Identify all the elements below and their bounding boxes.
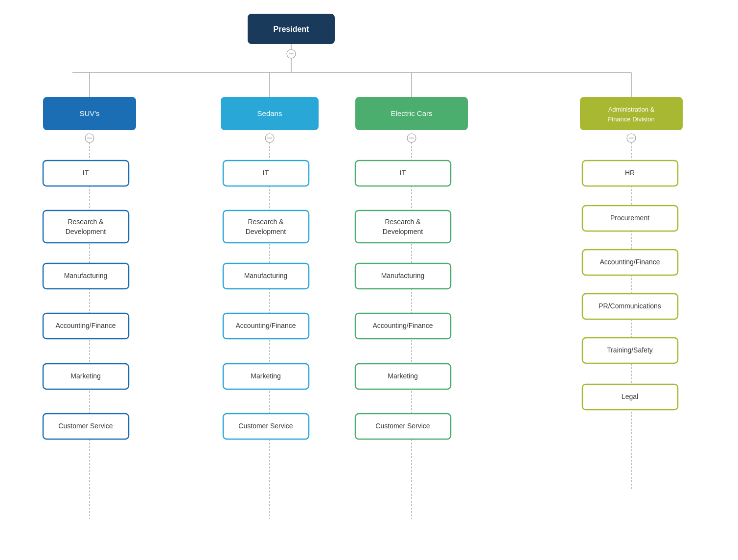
- sedans-mkt-node: Marketing: [223, 364, 309, 389]
- svg-text:IT: IT: [400, 169, 406, 177]
- admin-pr-node: PR/Communications: [582, 294, 678, 319]
- svg-text:President: President: [274, 25, 310, 33]
- president-node: President: [248, 14, 335, 44]
- electric-mfg-node: Manufacturing: [355, 263, 451, 289]
- sedans-node[interactable]: Sedans: [221, 97, 319, 130]
- admin-acct-node: Accounting/Finance: [582, 250, 678, 275]
- electric-cs-node: Customer Service: [355, 414, 451, 439]
- svg-rect-16: [580, 97, 683, 130]
- suvs-mkt-node: Marketing: [43, 364, 129, 389]
- svg-text:Customer Service: Customer Service: [375, 422, 430, 430]
- electric-rd-node: Research & Development: [355, 210, 451, 243]
- sedans-rd-node: Research & Development: [223, 210, 309, 243]
- svg-text:Development: Development: [246, 228, 286, 235]
- svg-text:Electric Cars: Electric Cars: [391, 109, 432, 117]
- electric-node[interactable]: Electric Cars: [355, 97, 468, 130]
- svg-text:Accounting/Finance: Accounting/Finance: [236, 322, 296, 329]
- svg-text:Marketing: Marketing: [388, 372, 417, 380]
- sedans-it-node: IT: [223, 161, 309, 186]
- admin-proc-node: Procurement: [582, 206, 678, 231]
- suvs-rd-node: Research & Development: [43, 210, 129, 243]
- svg-text:Research &: Research &: [248, 218, 284, 226]
- svg-text:Manufacturing: Manufacturing: [381, 272, 425, 280]
- admin-node[interactable]: Administration & Finance Division: [580, 97, 683, 130]
- svg-text:Training/Safety: Training/Safety: [607, 346, 653, 354]
- suvs-acct-node: Accounting/Finance: [43, 313, 129, 339]
- admin-hr-node: HR: [582, 161, 678, 186]
- svg-text:IT: IT: [263, 169, 269, 177]
- svg-text:Administration &: Administration &: [608, 106, 655, 113]
- svg-text:PR/Communications: PR/Communications: [599, 302, 661, 310]
- suvs-cs-node: Customer Service: [43, 414, 129, 439]
- svg-text:HR: HR: [625, 169, 635, 177]
- svg-text:SUV's: SUV's: [79, 109, 99, 117]
- svg-text:Customer Service: Customer Service: [58, 422, 113, 430]
- admin-training-node: Training/Safety: [582, 338, 678, 363]
- suvs-it-node: IT: [43, 161, 129, 186]
- svg-text:Manufacturing: Manufacturing: [64, 272, 108, 280]
- svg-text:Marketing: Marketing: [70, 372, 100, 380]
- svg-text:Manufacturing: Manufacturing: [244, 272, 288, 280]
- svg-text:Sedans: Sedans: [257, 109, 282, 117]
- svg-text:Accounting/Finance: Accounting/Finance: [600, 258, 660, 266]
- electric-it-node: IT: [355, 161, 451, 186]
- svg-text:Finance Division: Finance Division: [608, 116, 654, 123]
- admin-legal-node: Legal: [582, 384, 678, 410]
- sedans-acct-node: Accounting/Finance: [223, 313, 309, 339]
- suvs-mfg-node: Manufacturing: [43, 263, 129, 289]
- org-chart-container: President SUV's Sedans Electr: [0, 0, 738, 560]
- svg-text:Legal: Legal: [622, 393, 638, 400]
- svg-text:Accounting/Finance: Accounting/Finance: [56, 322, 116, 329]
- svg-rect-27: [43, 210, 129, 243]
- svg-text:Development: Development: [66, 228, 106, 235]
- svg-text:Development: Development: [383, 228, 423, 235]
- electric-mkt-node: Marketing: [355, 364, 451, 389]
- electric-acct-node: Accounting/Finance: [355, 313, 451, 339]
- svg-text:Marketing: Marketing: [251, 372, 280, 380]
- suvs-node[interactable]: SUV's: [43, 97, 136, 130]
- svg-text:Accounting/Finance: Accounting/Finance: [373, 322, 433, 329]
- sedans-mfg-node: Manufacturing: [223, 263, 309, 289]
- svg-rect-50: [223, 210, 309, 243]
- sedans-cs-node: Customer Service: [223, 414, 309, 439]
- svg-text:IT: IT: [83, 169, 89, 177]
- svg-text:Research &: Research &: [385, 218, 421, 226]
- svg-text:Procurement: Procurement: [610, 214, 649, 222]
- svg-text:Research &: Research &: [68, 218, 104, 226]
- svg-rect-73: [355, 210, 451, 243]
- svg-text:Customer Service: Customer Service: [238, 422, 293, 430]
